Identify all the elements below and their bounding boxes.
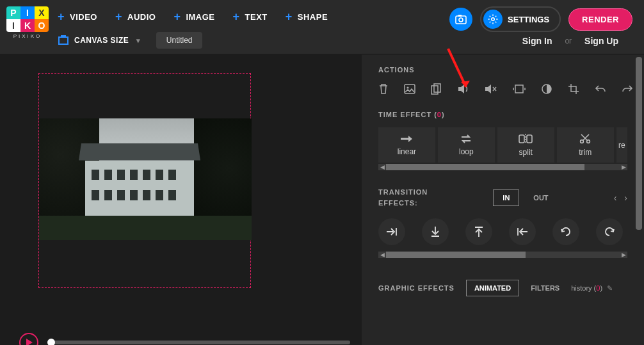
- svg-rect-0: [59, 37, 68, 44]
- trim-icon: [579, 134, 591, 144]
- add-audio-button[interactable]: +AUDIO: [115, 11, 156, 22]
- fit-button[interactable]: [513, 83, 526, 95]
- crop-button[interactable]: [568, 83, 579, 95]
- canvas-size-button[interactable]: CANVAS SIZE ▾: [58, 35, 141, 45]
- side-panel: ACTIONS TIME EFFECT (0) linear loop: [362, 54, 644, 345]
- svg-point-3: [459, 18, 463, 22]
- plus-icon: +: [115, 11, 122, 22]
- time-effect-loop[interactable]: loop: [438, 127, 495, 163]
- render-button[interactable]: RENDER: [568, 8, 632, 31]
- delete-button[interactable]: [378, 83, 389, 95]
- gear-icon: [487, 13, 499, 25]
- time-effect-linear[interactable]: linear: [378, 127, 435, 163]
- scroll-left-icon[interactable]: ◀: [378, 252, 386, 258]
- graphic-history[interactable]: history (0) ✎: [571, 284, 613, 293]
- sign-in-link[interactable]: Sign In: [522, 36, 552, 46]
- trash-icon: [378, 83, 389, 95]
- camera-icon: [455, 14, 467, 24]
- canvas-frame[interactable]: [38, 73, 251, 288]
- time-effect-scrollbar[interactable]: ◀ ▶: [378, 164, 627, 170]
- rotate-ccw-icon: [603, 225, 616, 238]
- play-button[interactable]: [19, 333, 38, 345]
- chevron-down-icon: ▾: [136, 36, 141, 45]
- label: SHAPE: [298, 12, 328, 22]
- svg-rect-1: [61, 35, 66, 38]
- label: SETTINGS: [508, 15, 549, 24]
- transition-in-tab[interactable]: IN: [493, 189, 519, 206]
- sign-up-link[interactable]: Sign Up: [584, 36, 618, 46]
- label: IMAGE: [186, 12, 214, 22]
- transition-slide-left[interactable]: [509, 218, 536, 245]
- logo-cell: P: [6, 6, 20, 19]
- logo-cell: O: [35, 19, 49, 32]
- transition-prev[interactable]: ‹: [614, 193, 617, 203]
- scroll-left-icon[interactable]: ◀: [378, 164, 386, 170]
- duplicate-button[interactable]: [431, 83, 442, 95]
- undo-icon: [595, 84, 606, 93]
- transition-out-tab[interactable]: OUT: [533, 194, 548, 202]
- svg-rect-4: [458, 15, 462, 17]
- time-effect-title: TIME EFFECT (0): [378, 111, 627, 118]
- add-shape-button[interactable]: +SHAPE: [286, 11, 328, 22]
- settings-button[interactable]: SETTINGS: [480, 6, 561, 32]
- volume-button[interactable]: [458, 83, 469, 95]
- canvas-area[interactable]: [0, 54, 362, 345]
- plus-icon: +: [58, 11, 65, 22]
- label: AUDIO: [127, 12, 156, 22]
- time-effect-more[interactable]: re: [616, 127, 627, 163]
- transition-slide-down[interactable]: [422, 218, 449, 245]
- scroll-right-icon[interactable]: ▶: [620, 164, 627, 170]
- transition-slide-right[interactable]: [378, 218, 405, 245]
- project-title[interactable]: Untitled: [156, 32, 203, 49]
- time-effect-split[interactable]: split: [497, 127, 554, 163]
- panel-scrollbar[interactable]: [636, 57, 642, 342]
- svg-rect-12: [519, 135, 524, 143]
- graphic-effects-title: GRAPHIC EFFECTS: [378, 284, 455, 292]
- redo-button[interactable]: [622, 83, 633, 95]
- logo[interactable]: P I X I K O PIXIKO: [6, 6, 49, 45]
- add-image-button[interactable]: +IMAGE: [173, 11, 214, 22]
- scroll-right-icon[interactable]: ▶: [620, 252, 627, 258]
- timeline-track[interactable]: [47, 341, 350, 344]
- mute-button[interactable]: [485, 83, 497, 95]
- logo-cell: K: [20, 19, 35, 32]
- split-icon: [519, 134, 533, 144]
- timeline-knob[interactable]: [47, 339, 55, 345]
- transition-rotate-ccw[interactable]: [596, 218, 623, 245]
- crop-icon: [568, 83, 579, 95]
- canvas-media[interactable]: [39, 118, 252, 240]
- rotate-cw-icon: [559, 225, 572, 238]
- snapshot-button[interactable]: [449, 8, 472, 31]
- svg-point-16: [587, 140, 590, 143]
- transition-next[interactable]: ›: [624, 193, 627, 203]
- add-video-button[interactable]: +VIDEO: [58, 11, 97, 22]
- logo-cell: X: [35, 6, 49, 19]
- svg-rect-9: [434, 84, 440, 92]
- undo-button[interactable]: [595, 83, 606, 95]
- fit-icon: [513, 84, 526, 94]
- play-icon: [26, 339, 33, 345]
- opacity-button[interactable]: [541, 83, 552, 95]
- logo-cell: I: [6, 19, 20, 32]
- graphic-filters-tab[interactable]: FILTERS: [531, 284, 559, 292]
- time-effect-trim[interactable]: trim: [557, 127, 614, 163]
- slide-right-icon: [385, 227, 398, 237]
- mute-icon: [485, 84, 497, 94]
- logo-subtext: PIXIKO: [6, 33, 49, 39]
- or-text: or: [565, 36, 572, 45]
- mask-button[interactable]: [404, 83, 415, 95]
- label: trim: [579, 148, 592, 157]
- transition-scrollbar[interactable]: ◀ ▶: [378, 252, 627, 258]
- slide-up-icon: [474, 225, 484, 238]
- label: re: [618, 141, 625, 150]
- svg-rect-10: [515, 85, 523, 93]
- add-text-button[interactable]: +TEXT: [233, 11, 268, 22]
- transition-slide-up[interactable]: [465, 218, 492, 245]
- slide-down-icon: [430, 225, 440, 238]
- transition-rotate-cw[interactable]: [552, 218, 579, 245]
- pencil-icon: ✎: [607, 284, 613, 292]
- label: split: [519, 148, 533, 157]
- svg-point-5: [492, 18, 495, 21]
- graphic-animated-tab[interactable]: ANIMATED: [466, 280, 519, 296]
- copy-icon: [431, 83, 442, 95]
